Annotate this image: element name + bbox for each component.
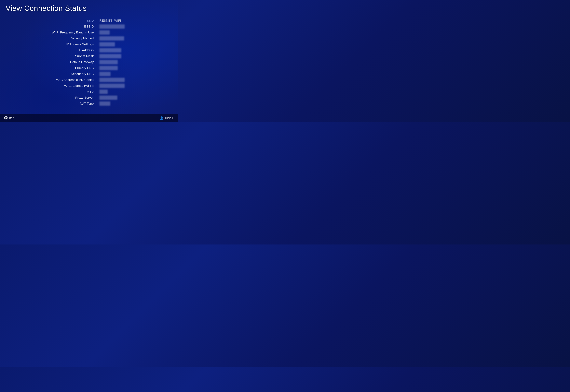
field-value: Type 2 [98,101,178,106]
x-circle-icon: ✕ [4,116,8,120]
field-value: xx:xx:xx:xx:xx:xx [98,78,178,82]
user-icon: 👤 [160,116,164,120]
page-container: View Connection Status SSIDRESNET_WIFIBS… [0,0,178,122]
table-row: Subnet Mask255.255.255.0 [0,53,178,59]
info-table: SSIDRESNET_WIFIBSSIDxx:xx:xx:xx:xx:xxWi-… [0,18,178,107]
back-button[interactable]: ✕ Back [4,116,15,120]
field-value: xx:xx:xx:xx:xx:xx [98,84,178,88]
field-label: MAC Address (Wi-Fi) [0,84,98,88]
field-label: Proxy Server [0,96,98,99]
table-row: IP Address SettingsAutomatic [0,41,178,47]
table-row: MAC Address (Wi-Fi)xx:xx:xx:xx:xx:xx [0,83,178,89]
back-label: Back [9,116,15,120]
table-row: MAC Address (LAN Cable)xx:xx:xx:xx:xx:xx [0,77,178,83]
field-value: RESNET_WIFI [98,19,178,22]
field-label: IP Address [0,48,98,52]
field-value: xx:xx:xx:xx:xx:xx [98,24,178,29]
field-value: 5 GHz [98,30,178,35]
table-row: SSIDRESNET_WIFI [0,18,178,24]
table-row: BSSIDxx:xx:xx:xx:xx:xx [0,24,178,29]
user-name: Tricia L [165,116,174,120]
field-label: SSID [0,19,98,22]
field-label: Secondary DNS [0,72,98,76]
field-label: NAT Type [0,102,98,105]
field-value: Automatic [98,42,178,46]
field-label: MAC Address (LAN Cable) [0,78,98,82]
table-row: Security MethodWPA2-PSK AES [0,35,178,41]
content-area: SSIDRESNET_WIFIBSSIDxx:xx:xx:xx:xx:xxWi-… [0,15,178,114]
table-row: NAT TypeType 2 [0,101,178,107]
field-value: 192.168.1.1 [98,66,178,70]
table-row: MTU1500 [0,89,178,95]
field-value: WPA2-PSK AES [98,36,178,41]
page-title: View Connection Status [6,4,172,13]
header: View Connection Status [0,0,178,15]
field-label: Primary DNS [0,66,98,70]
field-value: 0.0.0.0 [98,72,178,76]
table-row: Wi-Fi Frequency Band In Use5 GHz [0,29,178,35]
field-label: IP Address Settings [0,42,98,46]
table-row: IP Address192.168.1.100 [0,47,178,53]
field-label: Default Gateway [0,60,98,64]
field-label: BSSID [0,25,98,28]
field-label: Wi-Fi Frequency Band In Use [0,31,98,34]
field-label: Subnet Mask [0,54,98,58]
user-display: 👤 Tricia L [160,116,174,120]
field-value: 192.168.1.1 [98,60,178,64]
table-row: Proxy ServerDo Not Use [0,95,178,101]
footer: ✕ Back 👤 Tricia L [0,114,178,122]
field-value: Do Not Use [98,96,178,100]
field-label: Security Method [0,37,98,40]
table-row: Default Gateway192.168.1.1 [0,59,178,65]
field-value: 1500 [98,90,178,94]
field-value: 255.255.255.0 [98,54,178,58]
table-row: Primary DNS192.168.1.1 [0,65,178,71]
table-row: Secondary DNS0.0.0.0 [0,71,178,77]
field-label: MTU [0,90,98,94]
field-value: 192.168.1.100 [98,48,178,52]
